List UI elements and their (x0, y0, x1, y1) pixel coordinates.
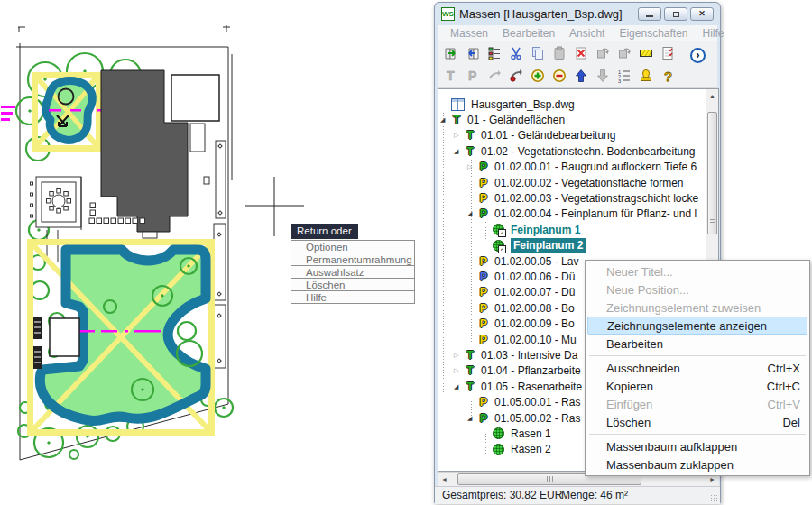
context-menu-item: Neue Position... (587, 280, 807, 298)
prompt-item-permanentumrahmung[interactable]: Permanentumrahmung (291, 252, 415, 266)
position-node-icon: P (478, 161, 489, 173)
title-bar[interactable]: WS Massen [Hausgarten_Bsp.dwg] ✕ (435, 3, 720, 25)
drawing-element-icon (493, 444, 504, 455)
menu-item-shortcut: Ctrl+X (768, 362, 800, 375)
hand-disabled-icon[interactable] (486, 68, 502, 83)
maximize-button[interactable] (664, 7, 687, 21)
tree-label: 01.02.00.10 - Mu (494, 334, 577, 346)
assign2-disabled-icon[interactable] (616, 45, 632, 60)
hand-assign-icon[interactable] (508, 68, 523, 83)
title-node-icon: T (465, 145, 475, 158)
expanded-marker-icon[interactable]: ◢ (440, 116, 451, 124)
checkbox-icon: ✓ (498, 245, 506, 253)
move-up-icon[interactable] (573, 68, 588, 83)
zoom-out-minus-icon[interactable] (551, 68, 567, 83)
tree-label: 01.02 - Vegetationstechn. Bodenbearbeitu… (481, 145, 696, 158)
zoom-in-plus-icon[interactable] (530, 68, 545, 83)
book-import-icon[interactable] (465, 45, 480, 60)
vertical-scroll-thumb[interactable] (707, 112, 717, 234)
yellow-selection-icon[interactable] (638, 45, 653, 60)
menu-item-shortcut: Ctrl+C (767, 380, 800, 393)
assign-disabled-icon[interactable] (595, 45, 610, 60)
expanded-marker-icon[interactable]: ◢ (454, 383, 465, 390)
prompt-item-hilfe[interactable]: Hilfe (291, 290, 415, 304)
expanded-marker-icon[interactable]: ◢ (467, 415, 478, 422)
menu-item-label: Bearbeiten (606, 337, 663, 351)
context-menu-item: Zeichnungselement zuweisen (587, 298, 807, 317)
menu-ansicht[interactable]: Ansicht (562, 27, 612, 40)
menu-item-shortcut: Del (782, 416, 800, 429)
tree-row[interactable]: ▷P01.02.00.01 - Baugrund auflockern Tief… (438, 160, 706, 175)
scroll-left-icon[interactable]: ◄ (438, 473, 451, 486)
context-menu-item[interactable]: Zeichnungselemente anzeigen (587, 317, 807, 335)
scroll-up-icon[interactable]: ▲ (706, 89, 718, 103)
position-disabled-icon[interactable]: P (465, 68, 480, 83)
menu-hilfe[interactable]: Hilfe (696, 27, 732, 40)
menu-massen[interactable]: Massen (443, 27, 495, 40)
drawing-element-icon: ✓ (493, 240, 504, 252)
resize-grip[interactable] (710, 494, 718, 502)
tree-label: 01.05.00.02 - Ras (494, 412, 580, 425)
book-export-icon[interactable] (443, 45, 458, 60)
expanded-marker-icon[interactable]: ◢ (454, 148, 465, 155)
prompt-item-löschen[interactable]: Löschen (291, 278, 415, 291)
tree-row[interactable]: ◢T01 - Geländeflächen (438, 112, 706, 127)
position-node-icon: P (478, 255, 489, 268)
help-icon[interactable]: ? (660, 68, 675, 83)
stamp-icon[interactable] (638, 68, 653, 83)
context-menu-item[interactable]: Massenbaum aufklappen (587, 437, 807, 455)
tree-label: 01.02.00.02 - Vegetationsfläche formen (494, 177, 683, 189)
title-node-icon: T (451, 114, 462, 126)
tree-label: 01.02.00.04 - Feinplanum für Pflanz- und… (494, 207, 697, 220)
checkbox-icon: ✓ (498, 229, 506, 237)
svg-text:?: ? (664, 69, 672, 83)
cut-icon[interactable] (508, 45, 523, 60)
menu-item-label: Löschen (606, 416, 651, 429)
tree-label: Feinplanum 2 (511, 238, 586, 252)
context-menu-item[interactable]: LöschenDel (587, 413, 807, 431)
numbered-list-icon[interactable]: 123 (616, 68, 632, 83)
context-menu-item[interactable]: Bearbeiten (587, 335, 807, 353)
legend-list-icon[interactable] (486, 45, 502, 60)
delete-red-x-icon[interactable] (573, 45, 588, 60)
position-node-icon: P (478, 302, 489, 315)
collapsed-marker-icon[interactable]: ▷ (454, 132, 465, 139)
tree-label: 01.02.00.05 - Lav (494, 255, 578, 268)
checklist-icon[interactable] (660, 45, 675, 60)
tree-label: 01.02.00.08 - Bo (494, 302, 575, 315)
tree-row[interactable]: ▷T01.01 - Geländebearbeitung (438, 128, 706, 143)
context-menu-item[interactable]: KopierenCtrl+C (587, 377, 807, 395)
context-menu-item[interactable]: AusschneidenCtrl+X (587, 359, 807, 377)
collapsed-marker-icon[interactable]: ▷ (467, 163, 478, 170)
toolbar-expand-button[interactable]: › (690, 48, 706, 63)
tree-label: 01.05 - Rasenarbeite (481, 381, 582, 393)
tree-row[interactable]: ◢T01.02 - Vegetationstechn. Bodenbearbei… (438, 143, 706, 159)
menu-item-shortcut: Ctrl+V (768, 398, 800, 411)
close-button[interactable]: ✕ (690, 7, 714, 21)
context-menu-item[interactable]: Massenbaum zuklappen (587, 455, 807, 473)
title-disabled-icon[interactable]: T (443, 68, 458, 83)
tree-row[interactable]: ✓Feinplanum 2 (438, 238, 706, 253)
tree-label: 01.01 - Geländebearbeitung (481, 129, 615, 142)
menu-separator (589, 434, 806, 435)
minimize-button[interactable] (638, 7, 661, 21)
tree-row[interactable]: Hausgarten_Bsp.dwg (438, 96, 706, 112)
expanded-marker-icon[interactable]: ◢ (467, 210, 478, 217)
menu-item-label: Zeichnungselemente anzeigen (607, 319, 767, 333)
tree-row[interactable]: ◢P01.02.00.04 - Feinplanum für Pflanz- u… (438, 207, 706, 222)
porch-step (143, 232, 157, 238)
menu-bearbeiten[interactable]: Bearbeiten (495, 27, 562, 40)
move-down-disabled-icon[interactable] (595, 68, 610, 83)
tree-row[interactable]: P01.02.00.03 - Vegetationstragschicht lo… (438, 190, 706, 206)
tree-row[interactable]: P01.02.00.02 - Vegetationsfläche formen (438, 175, 706, 190)
collapsed-marker-icon[interactable]: ▷ (454, 367, 465, 374)
menu-eigenschaften[interactable]: Eigenschaften (612, 27, 695, 40)
prompt-item-auswahlsatz[interactable]: Auswahlsatz (291, 265, 415, 279)
tree-row[interactable]: ✓Feinplanum 1 (438, 222, 706, 237)
position-node-icon: P (478, 177, 489, 189)
paste-disabled-icon[interactable] (551, 45, 567, 60)
drawing-element-icon (493, 427, 504, 439)
collapsed-marker-icon[interactable]: ▷ (454, 352, 465, 359)
prompt-item-optionen[interactable]: Optionen (291, 240, 415, 253)
copy-icon[interactable] (530, 45, 545, 60)
